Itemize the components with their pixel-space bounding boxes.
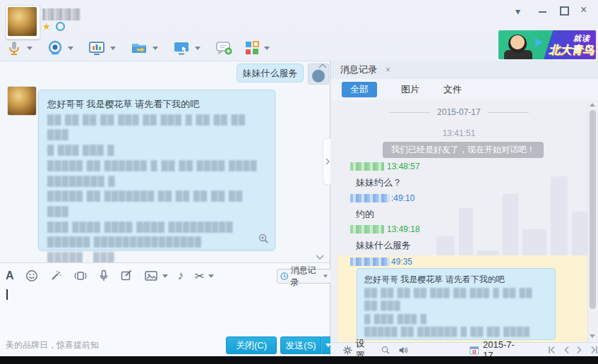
create-group-chat-icon[interactable] <box>215 40 233 56</box>
last-page-icon[interactable] <box>590 346 598 354</box>
zoom-in-icon[interactable] <box>258 233 269 244</box>
sender-name-censored <box>350 162 384 171</box>
message-line-redacted: █████ ██ ██████ █ ██ ██ ████ ████ <box>47 158 266 174</box>
quoted-line: 您好哥哥 我是樱花草 请先看下我的吧 <box>364 273 548 286</box>
scroll-up-icon[interactable] <box>590 103 595 107</box>
calendar-icon[interactable] <box>470 345 479 356</box>
quoted-line-redacted: ██ ██ ██ ██ ███ ██ ███ █ ██ ██ ██ ███ <box>364 286 548 313</box>
chevron-down-icon[interactable] <box>315 254 325 261</box>
message-time: :49:10 <box>391 193 414 203</box>
font-style-icon[interactable]: A <box>6 269 14 282</box>
minimize-button[interactable] <box>539 11 546 13</box>
ad-brand: 北大青鸟 <box>549 43 594 58</box>
message-time: 13:49:18 <box>387 224 420 234</box>
message-time: 13:48:57 <box>387 162 420 171</box>
first-page-icon[interactable] <box>548 346 556 354</box>
highlighted-result: 49:35 您好哥哥 我是樱花草 请先看下我的吧 ██ ██ ██ ██ ███… <box>337 255 587 342</box>
voice-call-icon[interactable] <box>6 40 23 56</box>
video-call-icon[interactable] <box>47 40 64 56</box>
titlebar-menu-caret-icon[interactable]: ▾ <box>515 6 520 16</box>
remote-desktop-caret-icon[interactable] <box>195 47 201 50</box>
username-censored <box>42 8 80 20</box>
message-line-redacted: █ ███ ███ █ <box>47 142 266 158</box>
send-file-caret-icon[interactable] <box>153 47 158 50</box>
prev-page-icon[interactable] <box>563 346 570 354</box>
settings-gear-icon[interactable] <box>343 345 352 356</box>
send-image-caret-icon[interactable] <box>162 274 168 278</box>
desktop-taskbar-edge <box>0 356 598 364</box>
history-message: 约的 <box>356 208 374 221</box>
video-call-caret-icon[interactable] <box>68 47 73 50</box>
tab-message-history[interactable]: 消息记录 <box>330 63 381 76</box>
scrollbar-thumb[interactable] <box>590 110 596 309</box>
history-row-header: 13:49:18 <box>350 224 420 234</box>
quoted-line-redacted: █████ ██ ██████ █ ██ ██ ████ ████ <box>364 325 548 340</box>
app-box-icon[interactable] <box>244 40 260 56</box>
message-line: 您好哥哥 我是樱花草 请先看下我的吧 <box>47 97 266 112</box>
sender-name-censored <box>350 225 384 233</box>
sender-name-censored <box>350 194 390 202</box>
ad-tagline: 就读 <box>573 33 590 44</box>
filter-files[interactable]: 文件 <box>443 83 462 96</box>
magic-expression-icon[interactable] <box>49 269 62 282</box>
clock-icon <box>280 272 289 281</box>
tab-close-icon[interactable]: × <box>381 65 395 75</box>
search-icon[interactable] <box>381 345 390 356</box>
composer-toolbar: A ♪ ✂ <box>6 269 214 283</box>
first-timestamp: 13:41:51 <box>330 128 587 138</box>
history-row-header: 13:48:57 <box>350 162 420 171</box>
qzone-badge-icon[interactable] <box>56 22 65 31</box>
window-shake-icon[interactable] <box>73 269 88 282</box>
voice-call-caret-icon[interactable] <box>27 47 32 50</box>
ad-triangle-icon <box>535 37 543 47</box>
send-file-icon[interactable] <box>130 40 148 56</box>
promo-text[interactable]: 美的品牌日，惊喜提前知 <box>6 339 99 351</box>
scroll-down-icon[interactable] <box>590 334 595 338</box>
history-content[interactable]: 2015-07-17 13:41:51 我们已经是好友了，现在开始对话吧！ 13… <box>330 100 598 342</box>
filter-images[interactable]: 图片 <box>401 83 419 96</box>
quoted-line-redacted: █ ███ ███ █ <box>364 313 548 326</box>
system-message: 我们已经是好友了，现在开始对话吧！ <box>383 142 544 158</box>
handwriting-icon[interactable] <box>120 269 133 282</box>
speaker-icon[interactable] <box>398 345 408 356</box>
send-image-icon[interactable] <box>144 269 158 282</box>
received-message-bubble: 您好哥哥 我是樱花草 请先看下我的吧 ██ ██ ██ ██ ███ ██ ██… <box>38 90 275 250</box>
history-statusbar: 设置 2015-7-17 <box>330 342 598 357</box>
message-line-redacted: ██ ██ ██ ██ ███ ██ ███ █ ██ ██ ██ ███ <box>47 112 266 142</box>
history-row-header: 49:35 <box>350 257 412 267</box>
peer-avatar[interactable] <box>7 86 37 116</box>
sent-message-bubble: 妹妹什么服务 <box>237 63 304 83</box>
ad-banner[interactable]: 就读 北大青鸟 <box>498 30 596 59</box>
emoticon-icon[interactable] <box>25 269 38 282</box>
screenshot-scissors-icon[interactable]: ✂ <box>195 269 204 283</box>
screenshot-caret-icon[interactable] <box>110 47 116 50</box>
user-avatar-image <box>8 7 37 36</box>
history-filterbar: 全部 图片 文件 <box>330 79 598 100</box>
close-button[interactable]: × <box>580 5 587 15</box>
close-chat-button[interactable]: 关闭(C) <box>226 336 277 354</box>
next-page-icon[interactable] <box>576 346 583 354</box>
message-line-redacted: █████ ██ ███████ ██ ██ ██ ██ ██ ███ <box>47 188 266 219</box>
main-toolbar <box>6 40 270 56</box>
message-input[interactable] <box>4 285 325 329</box>
music-icon[interactable]: ♪ <box>178 269 184 283</box>
message-time: 49:35 <box>391 257 412 267</box>
star-badge-icon: ★ <box>42 22 51 32</box>
history-row-header: :49:10 <box>350 193 414 203</box>
history-message: 妹妹什么服务 <box>356 239 411 252</box>
message-history-button[interactable]: 消息记录 <box>277 269 332 284</box>
send-button[interactable]: 发送(S) <box>280 336 321 354</box>
remote-desktop-icon[interactable] <box>172 40 191 56</box>
chevron-up-icon[interactable] <box>318 62 328 69</box>
screenshot-demo-icon[interactable] <box>88 40 106 56</box>
date-divider: 2015-07-17 <box>330 107 587 117</box>
app-box-caret-icon[interactable] <box>264 47 270 50</box>
filter-all[interactable]: 全部 <box>342 82 377 97</box>
history-button-caret-icon <box>323 275 328 278</box>
maximize-button[interactable] <box>560 6 569 16</box>
user-avatar[interactable] <box>6 5 40 40</box>
scissors-caret-icon[interactable] <box>208 274 214 278</box>
chevron-right-icon <box>325 157 330 166</box>
history-tabbar: 消息记录 × <box>330 61 598 80</box>
audio-message-icon[interactable] <box>99 269 109 282</box>
